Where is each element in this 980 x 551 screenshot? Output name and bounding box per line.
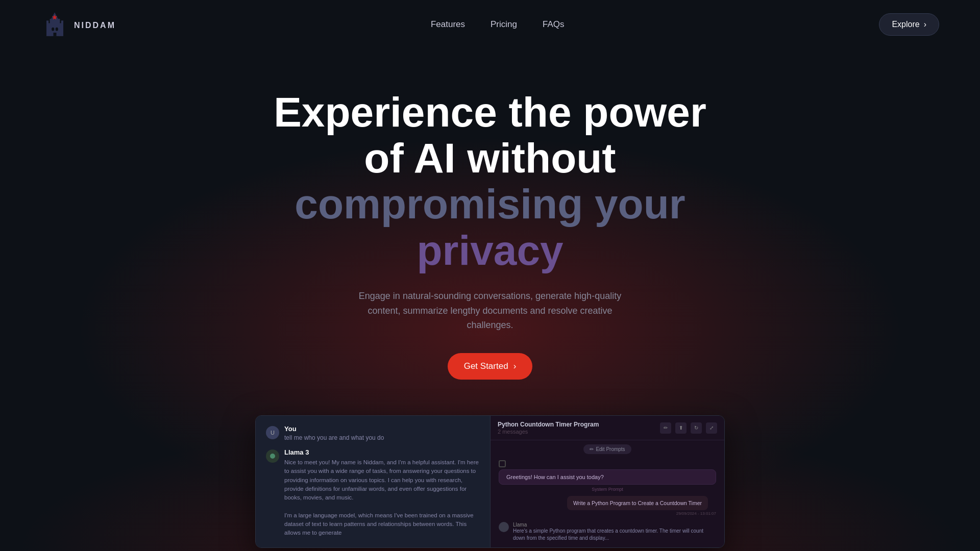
svg-rect-10 — [52, 28, 54, 31]
logo-icon — [41, 10, 69, 38]
svg-rect-7 — [61, 20, 63, 24]
message-time: 29/09/2024 - 13:01:07 — [499, 511, 716, 516]
hero-title: Experience the power of AI without compr… — [10, 89, 970, 273]
share-icon[interactable]: ⬆ — [675, 422, 687, 434]
navbar: NIDDAM Features Pricing FAQs Explore › — [0, 0, 980, 48]
ai-avatar — [266, 449, 279, 463]
chat-user-message: tell me who you are and what you do — [284, 434, 384, 441]
hero-section: Experience the power of AI without compr… — [0, 48, 980, 400]
ai-small-avatar — [499, 522, 509, 532]
svg-rect-11 — [56, 28, 58, 31]
edit-icon[interactable]: ✏ — [660, 422, 671, 434]
logo: NIDDAM — [41, 10, 116, 38]
explore-arrow-icon: › — [924, 20, 926, 29]
user-avatar: U — [266, 426, 279, 439]
preview-container: U You tell me who you are and what you d… — [0, 415, 980, 548]
system-prompt-label: System Prompt — [491, 487, 724, 492]
svg-rect-3 — [46, 20, 48, 24]
chat-user-name: You — [284, 425, 384, 433]
hero-subtitle: Engage in natural-sounding conversations… — [357, 289, 623, 333]
explore-button[interactable]: Explore › — [879, 13, 939, 36]
get-started-button[interactable]: Get Started › — [448, 353, 533, 380]
pencil-icon: ✏ — [590, 446, 594, 452]
svg-rect-12 — [54, 33, 57, 36]
logo-text: NIDDAM — [74, 21, 116, 30]
refresh-icon[interactable]: ↻ — [691, 422, 702, 434]
ai-response-text: Here's a simple Python program that crea… — [513, 528, 716, 542]
ai-response-row: Llama Here's a simple Python program tha… — [491, 519, 724, 545]
user-message-bubble: Write a Python Program to Create a Count… — [567, 496, 708, 510]
nav-pricing[interactable]: Pricing — [491, 19, 517, 29]
nav-faqs[interactable]: FAQs — [543, 19, 565, 29]
chat-ai-text: Nice to meet you! My name is Niddam, and… — [284, 458, 480, 537]
code-panel-icons: ✏ ⬆ ↻ ⤢ — [660, 422, 717, 434]
edit-prompts-button[interactable]: ✏ Edit Prompts — [583, 444, 631, 454]
greeting-bubble: Greetings! How can I assist you today? — [499, 469, 716, 485]
checkbox[interactable] — [499, 460, 506, 467]
edit-prompts-row: ✏ Edit Prompts — [491, 440, 724, 458]
chat-user-row: U You tell me who you are and what you d… — [266, 425, 480, 441]
chat-ai-name: Llama 3 — [284, 448, 480, 456]
code-panel-title: Python Countdown Timer Program — [498, 421, 599, 428]
expand-icon[interactable]: ⤢ — [706, 422, 717, 434]
nav-links: Features Pricing FAQs — [431, 19, 565, 30]
nav-features[interactable]: Features — [431, 19, 465, 29]
get-started-arrow-icon: › — [513, 361, 517, 371]
ai-avatar-dot — [270, 454, 275, 459]
preview-window: U You tell me who you are and what you d… — [255, 415, 725, 548]
chat-ai-row: Llama 3 Nice to meet you! My name is Nid… — [266, 448, 480, 537]
code-panel-header: Python Countdown Timer Program 2 message… — [491, 416, 724, 440]
ai-response-name: Llama — [513, 522, 716, 528]
code-panel: Python Countdown Timer Program 2 message… — [491, 416, 724, 547]
user-message-container: Write a Python Program to Create a Count… — [491, 496, 724, 510]
code-panel-messages: 2 messages — [498, 429, 599, 435]
chat-panel: U You tell me who you are and what you d… — [256, 416, 491, 547]
